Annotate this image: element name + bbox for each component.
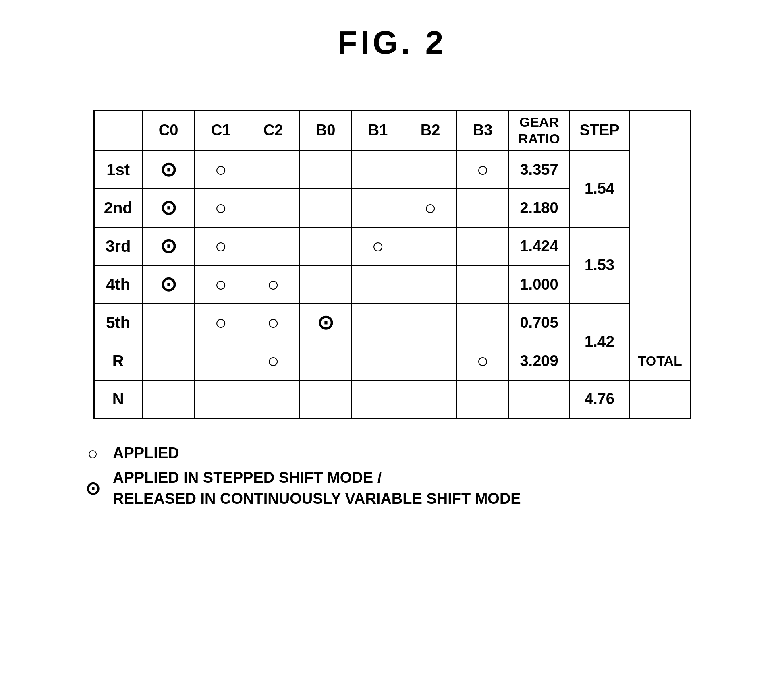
- legend-applied-row: ○ APPLIED: [81, 443, 179, 464]
- legend-double-circle-text: APPLIED IN STEPPED SHIFT MODE / RELEASED…: [113, 468, 521, 509]
- cell-4th-b1: [352, 265, 404, 304]
- legend-section: ○ APPLIED ⊙ APPLIED IN STEPPED SHIFT MOD…: [81, 443, 521, 513]
- header-b0: B0: [299, 110, 352, 151]
- cell-2nd-b3: [456, 189, 509, 227]
- cell-2nd-c2: [247, 189, 299, 227]
- cell-4th-b3: [456, 265, 509, 304]
- cell-2nd-b2: ○: [404, 189, 456, 227]
- circle-icon: ○: [267, 349, 279, 373]
- cell-5th-b3: [456, 304, 509, 342]
- cell-n-b2: [404, 380, 456, 418]
- cell-2nd-c0: ⊙: [142, 189, 195, 227]
- table-row-n: N 4.76: [94, 380, 690, 418]
- gear-table-wrapper: C0 C1 C2 B0 B1 B2 B3 GEARRATIO STEP 1st …: [93, 110, 691, 419]
- double-circle-icon: ⊙: [160, 158, 177, 181]
- circle-icon: ○: [215, 234, 227, 258]
- circle-applied-icon: ○: [81, 443, 105, 464]
- header-c0: C0: [142, 110, 195, 151]
- cell-r-b1: [352, 342, 404, 380]
- cell-4th-c2: ○: [247, 265, 299, 304]
- circle-icon: ○: [372, 234, 384, 258]
- header-c2: C2: [247, 110, 299, 151]
- cell-r-b0: [299, 342, 352, 380]
- circle-icon: ○: [477, 349, 489, 373]
- cell-3rd-ratio: 1.424: [509, 227, 569, 265]
- cell-n-ratio: [509, 380, 569, 418]
- cell-1st-c0: ⊙: [142, 151, 195, 189]
- double-circle-icon: ⊙: [160, 234, 177, 258]
- cell-1st-c2: [247, 151, 299, 189]
- cell-2nd-b0: [299, 189, 352, 227]
- cell-n-b3: [456, 380, 509, 418]
- double-circle-icon: ⊙: [160, 196, 177, 219]
- label-4th: 4th: [94, 265, 142, 304]
- cell-3rd-b1: ○: [352, 227, 404, 265]
- table-row-3rd: 3rd ⊙ ○ ○ 1.424 1.53: [94, 227, 690, 265]
- double-circle-legend-icon: ⊙: [81, 478, 105, 499]
- cell-1st-b2: [404, 151, 456, 189]
- cell-5th-b1: [352, 304, 404, 342]
- cell-4th-b0: [299, 265, 352, 304]
- cell-r-b2: [404, 342, 456, 380]
- cell-r-c1: [195, 342, 247, 380]
- cell-5th-c2: ○: [247, 304, 299, 342]
- cell-r-c2: ○: [247, 342, 299, 380]
- page-title: FIG. 2: [338, 24, 446, 61]
- cell-n-c1: [195, 380, 247, 418]
- circle-icon: ○: [215, 311, 227, 334]
- cell-r-c0: [142, 342, 195, 380]
- header-c1: C1: [195, 110, 247, 151]
- cell-4th-c1: ○: [195, 265, 247, 304]
- cell-r-b3: ○: [456, 342, 509, 380]
- cell-step-4-5: 1.42: [569, 304, 630, 380]
- cell-1st-b1: [352, 151, 404, 189]
- header-empty: [94, 110, 142, 151]
- cell-n-b1: [352, 380, 404, 418]
- cell-5th-ratio: 0.705: [509, 304, 569, 342]
- header-b3: B3: [456, 110, 509, 151]
- circle-icon: ○: [215, 273, 227, 296]
- cell-5th-c1: ○: [195, 304, 247, 342]
- cell-5th-b0: ⊙: [299, 304, 352, 342]
- cell-3rd-c1: ○: [195, 227, 247, 265]
- label-2nd: 2nd: [94, 189, 142, 227]
- gear-table: C0 C1 C2 B0 B1 B2 B3 GEARRATIO STEP 1st …: [93, 110, 691, 419]
- double-circle-icon: ⊙: [160, 273, 177, 296]
- cell-step-1-2: 1.54: [569, 151, 630, 227]
- circle-icon: ○: [477, 158, 489, 181]
- label-1st: 1st: [94, 151, 142, 189]
- cell-step-2-3: 1.53: [569, 227, 630, 304]
- legend-line1: APPLIED IN STEPPED SHIFT MODE /: [113, 468, 521, 488]
- cell-1st-b0: [299, 151, 352, 189]
- cell-4th-c0: ⊙: [142, 265, 195, 304]
- cell-2nd-b1: [352, 189, 404, 227]
- circle-icon: ○: [215, 196, 227, 219]
- cell-r-ratio: 3.209: [509, 342, 569, 380]
- table-row-1st: 1st ⊙ ○ ○ 3.357 1.54: [94, 151, 690, 189]
- header-step: STEP: [569, 110, 630, 151]
- cell-3rd-b3: [456, 227, 509, 265]
- header-b1: B1: [352, 110, 404, 151]
- cell-2nd-c1: ○: [195, 189, 247, 227]
- legend-double-circle-row: ⊙ APPLIED IN STEPPED SHIFT MODE / RELEAS…: [81, 468, 521, 509]
- cell-5th-c0: [142, 304, 195, 342]
- circle-icon: ○: [267, 273, 279, 296]
- table-header-row: C0 C1 C2 B0 B1 B2 B3 GEARRATIO STEP: [94, 110, 690, 151]
- cell-1st-b3: ○: [456, 151, 509, 189]
- cell-5th-b2: [404, 304, 456, 342]
- label-3rd: 3rd: [94, 227, 142, 265]
- header-gear-ratio: GEARRATIO: [509, 110, 569, 151]
- label-r: R: [94, 342, 142, 380]
- cell-4th-ratio: 1.000: [509, 265, 569, 304]
- cell-3rd-c0: ⊙: [142, 227, 195, 265]
- cell-3rd-b2: [404, 227, 456, 265]
- circle-icon: ○: [215, 158, 227, 181]
- cell-1st-ratio: 3.357: [509, 151, 569, 189]
- header-b2: B2: [404, 110, 456, 151]
- cell-4th-b2: [404, 265, 456, 304]
- cell-step-total-label: TOTAL: [630, 342, 690, 380]
- cell-n-c2: [247, 380, 299, 418]
- cell-n-c0: [142, 380, 195, 418]
- circle-icon: ○: [267, 311, 279, 334]
- cell-3rd-c2: [247, 227, 299, 265]
